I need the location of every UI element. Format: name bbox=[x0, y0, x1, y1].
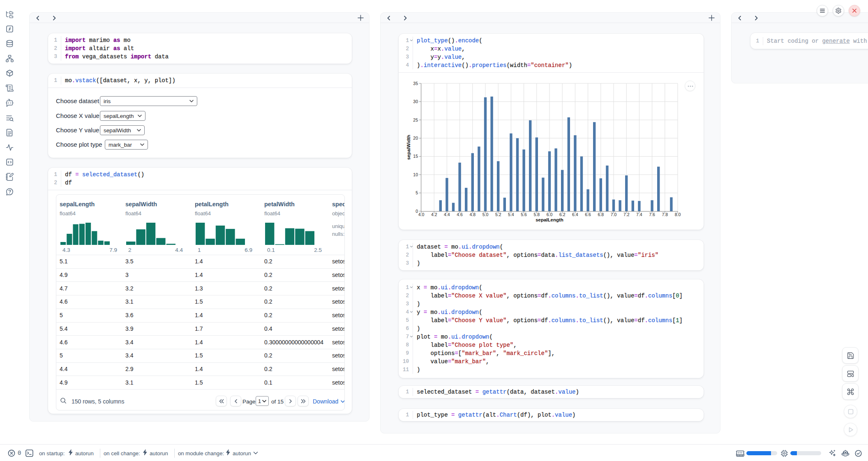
svg-text:4.4: 4.4 bbox=[444, 212, 450, 217]
svg-text:4.8: 4.8 bbox=[469, 212, 476, 217]
svg-text:6.8: 6.8 bbox=[598, 212, 604, 217]
svg-text:sepalWidth: sepalWidth bbox=[406, 135, 411, 160]
svg-text:5.8: 5.8 bbox=[533, 212, 540, 217]
svg-text:6.2: 6.2 bbox=[559, 212, 566, 217]
svg-text:5.4: 5.4 bbox=[508, 212, 514, 217]
svg-text:7.0: 7.0 bbox=[611, 212, 617, 217]
svg-text:6.6: 6.6 bbox=[585, 212, 591, 217]
svg-text:sepalLength: sepalLength bbox=[536, 217, 563, 222]
svg-text:7.4: 7.4 bbox=[636, 212, 642, 217]
svg-text:5.2: 5.2 bbox=[495, 212, 501, 217]
svg-text:8.0: 8.0 bbox=[675, 212, 681, 217]
svg-text:20: 20 bbox=[413, 136, 418, 141]
svg-text:0: 0 bbox=[416, 209, 418, 214]
svg-text:7.2: 7.2 bbox=[623, 212, 630, 217]
svg-text:10: 10 bbox=[413, 172, 418, 177]
svg-text:30: 30 bbox=[413, 99, 418, 104]
svg-text:5: 5 bbox=[416, 190, 418, 195]
svg-text:5.0: 5.0 bbox=[482, 212, 489, 217]
svg-text:25: 25 bbox=[413, 118, 418, 122]
svg-text:5.6: 5.6 bbox=[521, 212, 527, 217]
svg-text:4.6: 4.6 bbox=[457, 212, 463, 217]
svg-text:6.0: 6.0 bbox=[547, 212, 553, 217]
svg-text:4.0: 4.0 bbox=[418, 212, 425, 217]
svg-text:35: 35 bbox=[413, 81, 418, 86]
svg-text:15: 15 bbox=[413, 154, 418, 159]
svg-text:7.6: 7.6 bbox=[649, 212, 655, 217]
svg-text:7.8: 7.8 bbox=[662, 212, 668, 217]
svg-text:4.2: 4.2 bbox=[431, 212, 437, 217]
svg-text:6.4: 6.4 bbox=[572, 212, 578, 217]
